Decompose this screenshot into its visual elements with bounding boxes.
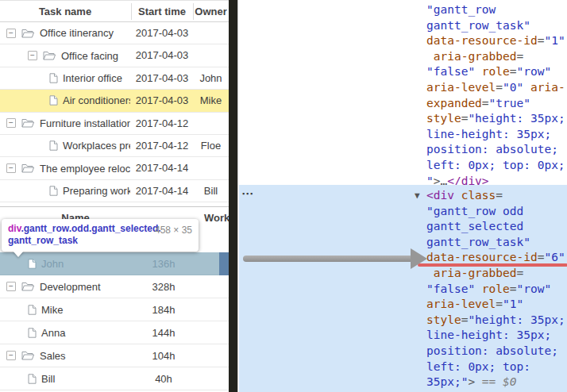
document-icon: [49, 73, 58, 83]
resource-name: Anna: [41, 327, 65, 339]
task-grid-body: −Office itinerancy2017-04-03−Office faci…: [0, 22, 229, 202]
code-line[interactable]: "gantt_row odd: [426, 204, 565, 220]
document-icon: [49, 140, 58, 151]
task-start-date: 2017-04-03: [131, 90, 193, 111]
resource-workload-hours: 40h: [131, 367, 196, 390]
resource-row[interactable]: Bill40h: [0, 367, 229, 390]
code-line[interactable]: left: 0px; top: 0px;: [426, 158, 565, 174]
code-line[interactable]: aria-level="0" aria-: [426, 80, 565, 96]
task-row[interactable]: Air conditioners chec2017-04-03Mike: [0, 90, 229, 112]
folder-icon: [21, 282, 35, 291]
selected-element-highlight: ⋯ ▼<div class="gantt_row oddgantt_select…: [239, 185, 567, 392]
resource-row[interactable]: −Development328h: [0, 275, 229, 298]
code-line[interactable]: gantt_selected: [426, 219, 565, 235]
panel-divider-bar[interactable]: [229, 0, 238, 392]
column-header-owner: Owner: [193, 1, 229, 22]
code-line[interactable]: expanded="true": [426, 96, 565, 112]
resource-workload-hours: 144h: [131, 321, 196, 344]
task-owner: [193, 157, 229, 179]
task-start-date: 2017-04-03: [131, 44, 193, 66]
task-row[interactable]: −Office itinerancy2017-04-03: [0, 22, 229, 44]
column-separator: [193, 3, 194, 20]
annotation-arrow-tail: [243, 256, 411, 262]
task-owner: Mike: [193, 90, 229, 111]
code-line[interactable]: data-resource-id="1": [426, 33, 565, 49]
code-line[interactable]: line-height: 35px;: [426, 328, 565, 344]
task-row[interactable]: Workplaces preparat2017-04-12Floe: [0, 135, 229, 157]
code-line[interactable]: "gantt_row: [426, 2, 565, 18]
gantt-devtools-screenshot: Task name Start time Owner −Office itine…: [0, 0, 567, 392]
task-row[interactable]: Interior office2017-04-03John: [0, 67, 229, 90]
task-owner: Floe: [193, 135, 229, 156]
task-name: Air conditioners chec: [63, 94, 130, 106]
resource-row-selected[interactable]: John136h: [0, 252, 229, 275]
task-owner: Bill: [193, 180, 229, 202]
column-header-start-time: Start time: [131, 1, 193, 22]
code-line[interactable]: ▼<div class=: [426, 188, 565, 204]
document-icon: [28, 374, 37, 384]
folder-icon: [21, 29, 35, 38]
document-icon: [28, 305, 37, 315]
collapse-toggle-icon[interactable]: −: [6, 29, 16, 38]
code-line[interactable]: "false" role="row": [426, 282, 565, 298]
resource-workload-hours: 136h: [131, 252, 196, 275]
tooltip-dimensions: 458 × 35: [155, 225, 192, 236]
element-inspect-tooltip: div.gantt_row.odd.gantt_selected.gantt_r…: [2, 219, 199, 252]
annotation-arrow-head-icon: [411, 248, 427, 269]
code-line[interactable]: style="height: 35px;: [426, 313, 565, 329]
selected-row-extension: [219, 252, 229, 275]
task-owner: [193, 113, 229, 134]
collapse-toggle-icon[interactable]: −: [6, 351, 16, 360]
task-name: Office facing: [61, 50, 118, 62]
code-line[interactable]: "false" role="row": [426, 64, 565, 80]
code-line[interactable]: 35px;"> == $0: [426, 375, 565, 390]
task-row[interactable]: Preparing workplace2017-04-14Bill: [0, 180, 229, 202]
code-line[interactable]: aria-grabbed=: [426, 49, 565, 65]
task-name: The employee relocatic: [40, 163, 130, 175]
tooltip-selector-classes: .gantt_row.odd.gantt_selected.gantt_row_…: [8, 223, 161, 246]
task-name: Interior office: [63, 72, 122, 84]
devtools-elements-panel: "gantt_rowgantt_row_task"data-resource-i…: [239, 0, 567, 392]
collapse-toggle-icon[interactable]: −: [28, 51, 37, 60]
collapse-toggle-icon[interactable]: −: [6, 118, 16, 128]
resource-row[interactable]: −Sales104h: [0, 344, 229, 367]
document-icon: [49, 186, 58, 196]
code-line[interactable]: data-resource-id="6": [426, 250, 565, 266]
code-line[interactable]: aria-level="1": [426, 297, 565, 313]
code-line[interactable]: aria-grabbed=: [426, 266, 565, 282]
code-line[interactable]: gantt_row_task": [426, 18, 565, 34]
task-name: Preparing workplace: [63, 185, 130, 197]
overflow-dots-icon[interactable]: ⋯: [241, 186, 254, 201]
resource-name: John: [41, 258, 64, 270]
resource-grid-body: John136h−Development328hMike184hAnna144h…: [0, 252, 229, 390]
resource-workload-hours: 104h: [131, 344, 196, 367]
devtools-code-previous-element[interactable]: "gantt_rowgantt_row_task"data-resource-i…: [426, 2, 565, 189]
folder-icon: [21, 118, 35, 128]
document-icon: [28, 259, 37, 269]
task-start-date: 2017-04-12: [131, 135, 193, 156]
gantt-grid-panel: Task name Start time Owner −Office itine…: [0, 0, 229, 392]
folder-icon: [21, 163, 35, 173]
task-row[interactable]: −Office facing2017-04-03: [0, 44, 229, 67]
resource-row[interactable]: Mike184h: [0, 298, 229, 321]
code-line[interactable]: position: absolute;: [426, 344, 565, 359]
tooltip-caret: [13, 251, 24, 257]
task-row[interactable]: −The employee relocatic2017-04-14: [0, 157, 229, 179]
resource-row[interactable]: Anna144h: [0, 321, 229, 344]
collapse-toggle-icon[interactable]: −: [6, 163, 16, 173]
resource-name: Sales: [40, 350, 66, 362]
resource-name: Development: [40, 281, 101, 293]
document-icon: [28, 328, 37, 338]
code-line[interactable]: left: 0px; top:: [426, 359, 565, 375]
task-row[interactable]: −Furniture installation2017-04-12: [0, 113, 229, 135]
expand-arrow-icon[interactable]: ▼: [415, 188, 420, 204]
code-line[interactable]: position: absolute;: [426, 142, 565, 158]
devtools-code-selected-element[interactable]: ▼<div class="gantt_row oddgantt_selected…: [426, 188, 565, 390]
collapse-toggle-icon[interactable]: −: [6, 282, 16, 291]
code-line[interactable]: style="height: 35px;: [426, 111, 565, 127]
code-line[interactable]: line-height: 35px;: [426, 127, 565, 143]
task-start-date: 2017-04-03: [131, 67, 193, 89]
resource-name: Bill: [41, 373, 55, 385]
column-header-workload: Workl: [204, 207, 229, 229]
code-line[interactable]: gantt_row_task": [426, 235, 565, 251]
